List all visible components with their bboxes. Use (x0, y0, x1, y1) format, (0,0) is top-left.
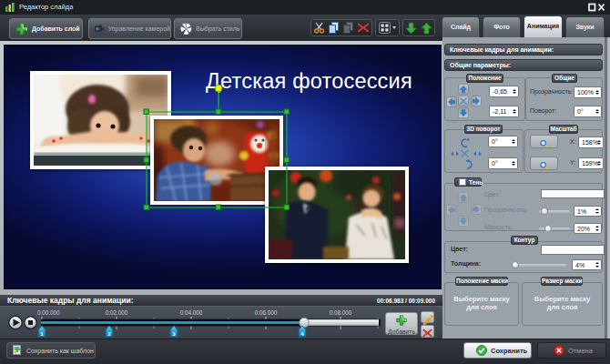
svg-text:0:06.000: 0:06.000 (255, 309, 278, 316)
svg-text:0:08.000: 0:08.000 (330, 309, 352, 316)
svg-text:0:04.000: 0:04.000 (180, 309, 203, 316)
svg-text:0:00.000: 0:00.000 (37, 309, 60, 316)
svg-text:0:02.000: 0:02.000 (106, 309, 128, 316)
